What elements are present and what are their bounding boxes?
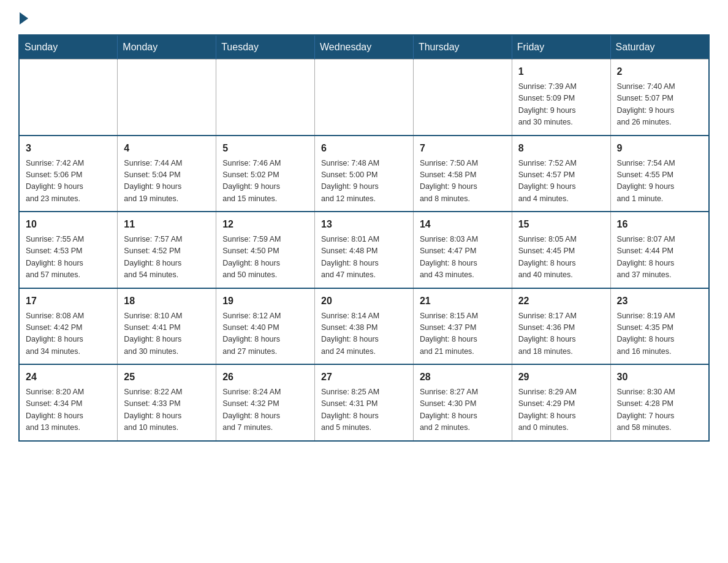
- calendar-cell: 27Sunrise: 8:25 AMSunset: 4:31 PMDayligh…: [315, 364, 414, 441]
- day-number: 5: [222, 141, 308, 156]
- day-number: 6: [321, 141, 407, 156]
- day-number: 28: [420, 370, 506, 385]
- day-info: Sunrise: 8:12 AMSunset: 4:40 PMDaylight:…: [222, 310, 308, 358]
- col-header-wednesday: Wednesday: [315, 35, 414, 59]
- day-number: 25: [124, 370, 210, 385]
- day-number: 8: [518, 141, 604, 156]
- calendar-cell: 7Sunrise: 7:50 AMSunset: 4:58 PMDaylight…: [413, 136, 512, 212]
- day-number: 21: [420, 294, 506, 308]
- day-info: Sunrise: 7:57 AMSunset: 4:52 PMDaylight:…: [124, 234, 210, 282]
- day-info: Sunrise: 8:25 AMSunset: 4:31 PMDaylight:…: [321, 386, 407, 434]
- calendar-header-row: SundayMondayTuesdayWednesdayThursdayFrid…: [19, 35, 709, 59]
- day-info: Sunrise: 8:14 AMSunset: 4:38 PMDaylight:…: [321, 310, 407, 358]
- day-info: Sunrise: 7:59 AMSunset: 4:50 PMDaylight:…: [222, 234, 308, 282]
- calendar-cell: 25Sunrise: 8:22 AMSunset: 4:33 PMDayligh…: [118, 364, 216, 441]
- day-number: 30: [617, 370, 702, 385]
- day-number: 3: [26, 141, 111, 156]
- day-info: Sunrise: 8:03 AMSunset: 4:47 PMDaylight:…: [420, 234, 506, 282]
- day-info: Sunrise: 8:24 AMSunset: 4:32 PMDaylight:…: [222, 386, 308, 434]
- calendar-cell: [19, 59, 118, 136]
- day-number: 27: [321, 370, 407, 385]
- calendar-cell: 9Sunrise: 7:54 AMSunset: 4:55 PMDaylight…: [610, 136, 709, 212]
- day-info: Sunrise: 7:39 AMSunset: 5:09 PMDaylight:…: [518, 81, 604, 129]
- day-number: 13: [321, 217, 407, 232]
- calendar-cell: 6Sunrise: 7:48 AMSunset: 5:00 PMDaylight…: [315, 136, 414, 212]
- calendar-cell: [118, 59, 216, 136]
- day-number: 18: [124, 294, 210, 308]
- day-number: 15: [518, 217, 604, 232]
- calendar-week-row: 10Sunrise: 7:55 AMSunset: 4:53 PMDayligh…: [19, 212, 709, 288]
- col-header-tuesday: Tuesday: [216, 35, 315, 59]
- day-info: Sunrise: 7:50 AMSunset: 4:58 PMDaylight:…: [420, 158, 506, 205]
- day-info: Sunrise: 8:01 AMSunset: 4:48 PMDaylight:…: [321, 234, 407, 282]
- col-header-monday: Monday: [118, 35, 216, 59]
- day-number: 16: [617, 217, 702, 232]
- day-info: Sunrise: 7:42 AMSunset: 5:06 PMDaylight:…: [26, 158, 111, 205]
- calendar-cell: 10Sunrise: 7:55 AMSunset: 4:53 PMDayligh…: [19, 212, 118, 288]
- calendar-cell: 28Sunrise: 8:27 AMSunset: 4:30 PMDayligh…: [413, 364, 512, 441]
- day-info: Sunrise: 8:27 AMSunset: 4:30 PMDaylight:…: [420, 386, 506, 434]
- calendar-cell: 19Sunrise: 8:12 AMSunset: 4:40 PMDayligh…: [216, 288, 315, 365]
- calendar-cell: 12Sunrise: 7:59 AMSunset: 4:50 PMDayligh…: [216, 212, 315, 288]
- day-info: Sunrise: 8:08 AMSunset: 4:42 PMDaylight:…: [26, 310, 111, 358]
- day-number: 23: [617, 294, 702, 308]
- calendar-cell: 18Sunrise: 8:10 AMSunset: 4:41 PMDayligh…: [118, 288, 216, 365]
- day-number: 7: [420, 141, 506, 156]
- page-header: [18, 12, 710, 22]
- calendar-cell: 20Sunrise: 8:14 AMSunset: 4:38 PMDayligh…: [315, 288, 414, 365]
- day-number: 24: [26, 370, 111, 385]
- calendar-cell: [413, 59, 512, 136]
- day-info: Sunrise: 7:55 AMSunset: 4:53 PMDaylight:…: [26, 234, 111, 282]
- day-info: Sunrise: 7:52 AMSunset: 4:57 PMDaylight:…: [518, 158, 604, 205]
- day-info: Sunrise: 8:22 AMSunset: 4:33 PMDaylight:…: [124, 386, 210, 434]
- calendar-cell: 16Sunrise: 8:07 AMSunset: 4:44 PMDayligh…: [610, 212, 709, 288]
- day-number: 19: [222, 294, 308, 308]
- calendar-cell: 4Sunrise: 7:44 AMSunset: 5:04 PMDaylight…: [118, 136, 216, 212]
- day-number: 12: [222, 217, 308, 232]
- col-header-friday: Friday: [512, 35, 610, 59]
- calendar-cell: 3Sunrise: 7:42 AMSunset: 5:06 PMDaylight…: [19, 136, 118, 212]
- day-info: Sunrise: 8:07 AMSunset: 4:44 PMDaylight:…: [617, 234, 702, 282]
- calendar-cell: 8Sunrise: 7:52 AMSunset: 4:57 PMDaylight…: [512, 136, 610, 212]
- calendar-week-row: 1Sunrise: 7:39 AMSunset: 5:09 PMDaylight…: [19, 59, 709, 136]
- day-info: Sunrise: 8:20 AMSunset: 4:34 PMDaylight:…: [26, 386, 111, 434]
- day-info: Sunrise: 8:19 AMSunset: 4:35 PMDaylight:…: [617, 310, 702, 358]
- calendar-week-row: 3Sunrise: 7:42 AMSunset: 5:06 PMDaylight…: [19, 136, 709, 212]
- logo-arrow-icon: [20, 12, 28, 25]
- day-number: 10: [26, 217, 111, 232]
- calendar-week-row: 24Sunrise: 8:20 AMSunset: 4:34 PMDayligh…: [19, 364, 709, 441]
- day-info: Sunrise: 8:10 AMSunset: 4:41 PMDaylight:…: [124, 310, 210, 358]
- day-info: Sunrise: 8:17 AMSunset: 4:36 PMDaylight:…: [518, 310, 604, 358]
- day-info: Sunrise: 8:30 AMSunset: 4:28 PMDaylight:…: [617, 386, 702, 434]
- day-info: Sunrise: 8:05 AMSunset: 4:45 PMDaylight:…: [518, 234, 604, 282]
- day-info: Sunrise: 7:40 AMSunset: 5:07 PMDaylight:…: [617, 81, 702, 129]
- day-number: 22: [518, 294, 604, 308]
- day-number: 20: [321, 294, 407, 308]
- calendar-cell: 26Sunrise: 8:24 AMSunset: 4:32 PMDayligh…: [216, 364, 315, 441]
- day-info: Sunrise: 7:54 AMSunset: 4:55 PMDaylight:…: [617, 158, 702, 205]
- day-number: 4: [124, 141, 210, 156]
- day-info: Sunrise: 7:44 AMSunset: 5:04 PMDaylight:…: [124, 158, 210, 205]
- calendar-cell: 14Sunrise: 8:03 AMSunset: 4:47 PMDayligh…: [413, 212, 512, 288]
- day-info: Sunrise: 7:48 AMSunset: 5:00 PMDaylight:…: [321, 158, 407, 205]
- col-header-thursday: Thursday: [413, 35, 512, 59]
- day-number: 17: [26, 294, 111, 308]
- logo-area: [18, 12, 29, 22]
- day-info: Sunrise: 7:46 AMSunset: 5:02 PMDaylight:…: [222, 158, 308, 205]
- calendar-cell: 22Sunrise: 8:17 AMSunset: 4:36 PMDayligh…: [512, 288, 610, 365]
- calendar-cell: 15Sunrise: 8:05 AMSunset: 4:45 PMDayligh…: [512, 212, 610, 288]
- calendar-cell: 30Sunrise: 8:30 AMSunset: 4:28 PMDayligh…: [610, 364, 709, 441]
- day-number: 29: [518, 370, 604, 385]
- calendar-cell: [216, 59, 315, 136]
- calendar-table: SundayMondayTuesdayWednesdayThursdayFrid…: [18, 34, 710, 442]
- day-info: Sunrise: 8:15 AMSunset: 4:37 PMDaylight:…: [420, 310, 506, 358]
- calendar-cell: 17Sunrise: 8:08 AMSunset: 4:42 PMDayligh…: [19, 288, 118, 365]
- col-header-saturday: Saturday: [610, 35, 709, 59]
- calendar-cell: 2Sunrise: 7:40 AMSunset: 5:07 PMDaylight…: [610, 59, 709, 136]
- calendar-cell: 11Sunrise: 7:57 AMSunset: 4:52 PMDayligh…: [118, 212, 216, 288]
- calendar-cell: 21Sunrise: 8:15 AMSunset: 4:37 PMDayligh…: [413, 288, 512, 365]
- day-info: Sunrise: 8:29 AMSunset: 4:29 PMDaylight:…: [518, 386, 604, 434]
- day-number: 26: [222, 370, 308, 385]
- day-number: 1: [518, 64, 604, 79]
- calendar-week-row: 17Sunrise: 8:08 AMSunset: 4:42 PMDayligh…: [19, 288, 709, 365]
